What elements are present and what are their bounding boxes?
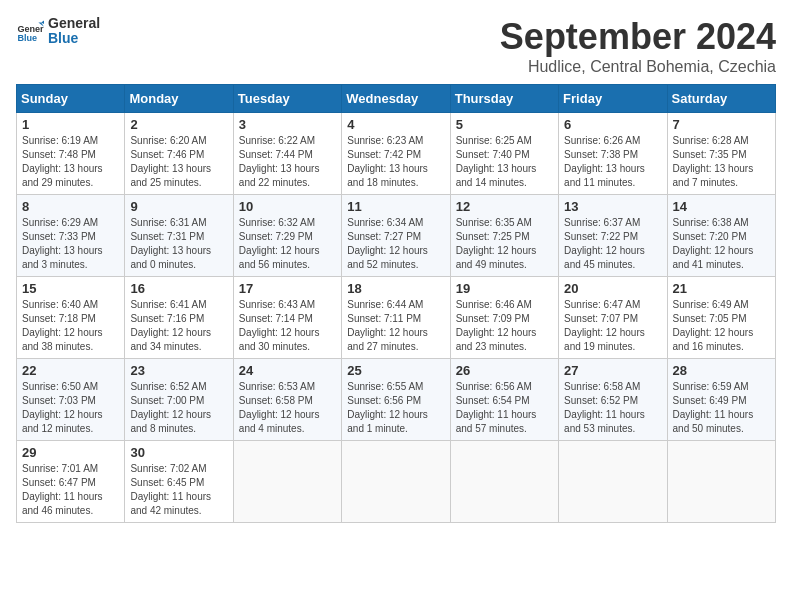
weekday-header-wednesday: Wednesday	[342, 85, 450, 113]
calendar-cell: 5Sunrise: 6:25 AMSunset: 7:40 PMDaylight…	[450, 113, 558, 195]
logo: General Blue General Blue	[16, 16, 100, 47]
week-row-2: 8Sunrise: 6:29 AMSunset: 7:33 PMDaylight…	[17, 195, 776, 277]
calendar-cell: 3Sunrise: 6:22 AMSunset: 7:44 PMDaylight…	[233, 113, 341, 195]
calendar-cell: 1Sunrise: 6:19 AMSunset: 7:48 PMDaylight…	[17, 113, 125, 195]
cell-content: Sunrise: 6:22 AMSunset: 7:44 PMDaylight:…	[239, 134, 336, 190]
cell-content: Sunrise: 6:40 AMSunset: 7:18 PMDaylight:…	[22, 298, 119, 354]
calendar-cell: 6Sunrise: 6:26 AMSunset: 7:38 PMDaylight…	[559, 113, 667, 195]
calendar-cell: 29Sunrise: 7:01 AMSunset: 6:47 PMDayligh…	[17, 441, 125, 523]
cell-content: Sunrise: 6:47 AMSunset: 7:07 PMDaylight:…	[564, 298, 661, 354]
day-number: 14	[673, 199, 770, 214]
week-row-5: 29Sunrise: 7:01 AMSunset: 6:47 PMDayligh…	[17, 441, 776, 523]
day-number: 24	[239, 363, 336, 378]
cell-content: Sunrise: 6:55 AMSunset: 6:56 PMDaylight:…	[347, 380, 444, 436]
day-number: 2	[130, 117, 227, 132]
calendar-cell: 17Sunrise: 6:43 AMSunset: 7:14 PMDayligh…	[233, 277, 341, 359]
cell-content: Sunrise: 6:44 AMSunset: 7:11 PMDaylight:…	[347, 298, 444, 354]
calendar-cell: 2Sunrise: 6:20 AMSunset: 7:46 PMDaylight…	[125, 113, 233, 195]
logo-general: General	[48, 16, 100, 31]
calendar-cell: 10Sunrise: 6:32 AMSunset: 7:29 PMDayligh…	[233, 195, 341, 277]
calendar-cell: 24Sunrise: 6:53 AMSunset: 6:58 PMDayligh…	[233, 359, 341, 441]
calendar-cell: 21Sunrise: 6:49 AMSunset: 7:05 PMDayligh…	[667, 277, 775, 359]
day-number: 12	[456, 199, 553, 214]
cell-content: Sunrise: 6:53 AMSunset: 6:58 PMDaylight:…	[239, 380, 336, 436]
cell-content: Sunrise: 6:34 AMSunset: 7:27 PMDaylight:…	[347, 216, 444, 272]
calendar-cell: 27Sunrise: 6:58 AMSunset: 6:52 PMDayligh…	[559, 359, 667, 441]
day-number: 6	[564, 117, 661, 132]
day-number: 10	[239, 199, 336, 214]
day-number: 11	[347, 199, 444, 214]
calendar: SundayMondayTuesdayWednesdayThursdayFrid…	[16, 84, 776, 523]
cell-content: Sunrise: 6:38 AMSunset: 7:20 PMDaylight:…	[673, 216, 770, 272]
calendar-cell: 12Sunrise: 6:35 AMSunset: 7:25 PMDayligh…	[450, 195, 558, 277]
calendar-cell: 7Sunrise: 6:28 AMSunset: 7:35 PMDaylight…	[667, 113, 775, 195]
week-row-4: 22Sunrise: 6:50 AMSunset: 7:03 PMDayligh…	[17, 359, 776, 441]
cell-content: Sunrise: 6:23 AMSunset: 7:42 PMDaylight:…	[347, 134, 444, 190]
weekday-header-row: SundayMondayTuesdayWednesdayThursdayFrid…	[17, 85, 776, 113]
calendar-cell: 19Sunrise: 6:46 AMSunset: 7:09 PMDayligh…	[450, 277, 558, 359]
cell-content: Sunrise: 6:29 AMSunset: 7:33 PMDaylight:…	[22, 216, 119, 272]
calendar-cell: 4Sunrise: 6:23 AMSunset: 7:42 PMDaylight…	[342, 113, 450, 195]
day-number: 1	[22, 117, 119, 132]
calendar-cell	[342, 441, 450, 523]
day-number: 5	[456, 117, 553, 132]
day-number: 8	[22, 199, 119, 214]
cell-content: Sunrise: 6:25 AMSunset: 7:40 PMDaylight:…	[456, 134, 553, 190]
weekday-header-thursday: Thursday	[450, 85, 558, 113]
logo-blue: Blue	[48, 31, 100, 46]
day-number: 3	[239, 117, 336, 132]
calendar-cell: 9Sunrise: 6:31 AMSunset: 7:31 PMDaylight…	[125, 195, 233, 277]
cell-content: Sunrise: 7:01 AMSunset: 6:47 PMDaylight:…	[22, 462, 119, 518]
title-area: September 2024 Hudlice, Central Bohemia,…	[500, 16, 776, 76]
calendar-cell	[450, 441, 558, 523]
cell-content: Sunrise: 6:41 AMSunset: 7:16 PMDaylight:…	[130, 298, 227, 354]
cell-content: Sunrise: 6:32 AMSunset: 7:29 PMDaylight:…	[239, 216, 336, 272]
day-number: 30	[130, 445, 227, 460]
day-number: 7	[673, 117, 770, 132]
day-number: 27	[564, 363, 661, 378]
cell-content: Sunrise: 6:49 AMSunset: 7:05 PMDaylight:…	[673, 298, 770, 354]
day-number: 22	[22, 363, 119, 378]
day-number: 15	[22, 281, 119, 296]
day-number: 18	[347, 281, 444, 296]
calendar-cell: 30Sunrise: 7:02 AMSunset: 6:45 PMDayligh…	[125, 441, 233, 523]
weekday-header-friday: Friday	[559, 85, 667, 113]
cell-content: Sunrise: 6:56 AMSunset: 6:54 PMDaylight:…	[456, 380, 553, 436]
calendar-cell: 18Sunrise: 6:44 AMSunset: 7:11 PMDayligh…	[342, 277, 450, 359]
cell-content: Sunrise: 6:52 AMSunset: 7:00 PMDaylight:…	[130, 380, 227, 436]
calendar-cell: 8Sunrise: 6:29 AMSunset: 7:33 PMDaylight…	[17, 195, 125, 277]
calendar-cell	[233, 441, 341, 523]
calendar-cell	[667, 441, 775, 523]
day-number: 29	[22, 445, 119, 460]
calendar-cell: 16Sunrise: 6:41 AMSunset: 7:16 PMDayligh…	[125, 277, 233, 359]
svg-marker-3	[41, 19, 44, 25]
calendar-cell: 14Sunrise: 6:38 AMSunset: 7:20 PMDayligh…	[667, 195, 775, 277]
calendar-cell: 23Sunrise: 6:52 AMSunset: 7:00 PMDayligh…	[125, 359, 233, 441]
cell-content: Sunrise: 6:37 AMSunset: 7:22 PMDaylight:…	[564, 216, 661, 272]
svg-text:Blue: Blue	[17, 33, 37, 43]
calendar-cell: 22Sunrise: 6:50 AMSunset: 7:03 PMDayligh…	[17, 359, 125, 441]
day-number: 23	[130, 363, 227, 378]
week-row-1: 1Sunrise: 6:19 AMSunset: 7:48 PMDaylight…	[17, 113, 776, 195]
day-number: 9	[130, 199, 227, 214]
cell-content: Sunrise: 6:35 AMSunset: 7:25 PMDaylight:…	[456, 216, 553, 272]
calendar-cell: 20Sunrise: 6:47 AMSunset: 7:07 PMDayligh…	[559, 277, 667, 359]
weekday-header-monday: Monday	[125, 85, 233, 113]
location-title: Hudlice, Central Bohemia, Czechia	[500, 58, 776, 76]
day-number: 25	[347, 363, 444, 378]
weekday-header-tuesday: Tuesday	[233, 85, 341, 113]
logo-icon: General Blue	[16, 17, 44, 45]
calendar-cell	[559, 441, 667, 523]
calendar-cell: 26Sunrise: 6:56 AMSunset: 6:54 PMDayligh…	[450, 359, 558, 441]
cell-content: Sunrise: 6:28 AMSunset: 7:35 PMDaylight:…	[673, 134, 770, 190]
calendar-cell: 13Sunrise: 6:37 AMSunset: 7:22 PMDayligh…	[559, 195, 667, 277]
cell-content: Sunrise: 6:26 AMSunset: 7:38 PMDaylight:…	[564, 134, 661, 190]
cell-content: Sunrise: 6:43 AMSunset: 7:14 PMDaylight:…	[239, 298, 336, 354]
cell-content: Sunrise: 6:46 AMSunset: 7:09 PMDaylight:…	[456, 298, 553, 354]
header: General Blue General Blue September 2024…	[16, 16, 776, 76]
cell-content: Sunrise: 6:19 AMSunset: 7:48 PMDaylight:…	[22, 134, 119, 190]
day-number: 21	[673, 281, 770, 296]
day-number: 20	[564, 281, 661, 296]
calendar-cell: 15Sunrise: 6:40 AMSunset: 7:18 PMDayligh…	[17, 277, 125, 359]
calendar-cell: 28Sunrise: 6:59 AMSunset: 6:49 PMDayligh…	[667, 359, 775, 441]
